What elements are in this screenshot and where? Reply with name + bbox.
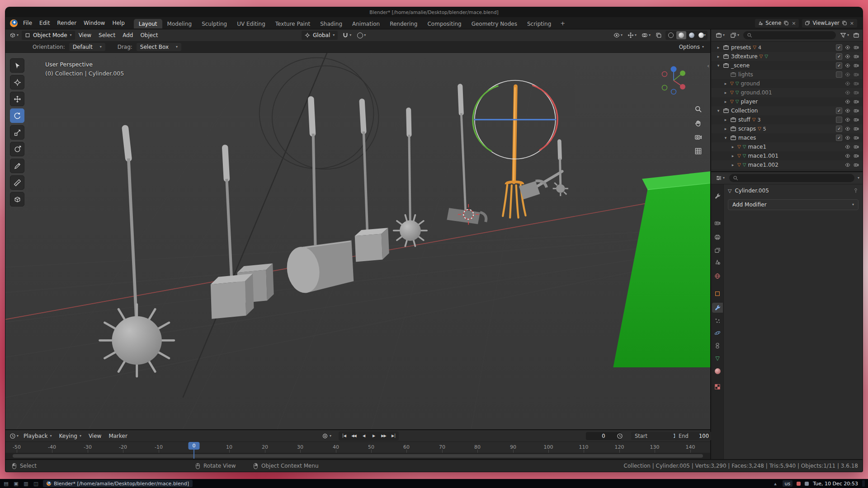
pan-hand-icon[interactable]	[694, 119, 702, 127]
outliner-row-player[interactable]: ▸ ▽ ▽ player	[711, 97, 863, 106]
expand-icon[interactable]: ▸	[723, 81, 728, 86]
drag-select[interactable]: Select Box ▾	[137, 43, 181, 51]
collapse-icon[interactable]: ▾	[716, 108, 721, 113]
add-workspace-button[interactable]: +	[556, 20, 569, 27]
hide-eye-toggle[interactable]	[844, 126, 851, 132]
hide-eye-toggle[interactable]	[844, 44, 851, 51]
timeline-scrollbar[interactable]	[5, 453, 710, 459]
transform-tool[interactable]	[10, 142, 24, 156]
xray-toggle[interactable]	[654, 31, 663, 39]
scale-tool[interactable]	[10, 125, 24, 140]
properties-editor-type-button[interactable]: ▾	[714, 174, 726, 182]
render-camera-toggle[interactable]	[853, 44, 859, 51]
menu-marker[interactable]: Marker	[105, 433, 131, 439]
overlays-dropdown[interactable]: ▾	[640, 31, 652, 39]
expand-icon[interactable]: ▸	[723, 99, 728, 104]
outliner-row-maces[interactable]: ▾ maces ✓	[711, 133, 863, 142]
collapse-icon[interactable]: ▾	[716, 63, 721, 68]
add-modifier-button[interactable]: Add Modifier ▾	[728, 199, 859, 210]
collection-checkbox-unchecked[interactable]	[836, 117, 842, 123]
collapse-icon[interactable]: ▾	[723, 136, 728, 140]
sidebar-toggle-icon[interactable]: ‹	[707, 63, 709, 69]
viewport-3d[interactable]: User Perspective (0) Collection | Cylind…	[5, 53, 710, 429]
next-keyframe-button[interactable]: ▶▶	[379, 432, 388, 440]
collection-checkbox-unchecked[interactable]	[836, 71, 842, 78]
tab-texture[interactable]	[712, 382, 723, 392]
tab-physics[interactable]	[712, 328, 723, 338]
prev-keyframe-button[interactable]: ◀◀	[349, 432, 359, 440]
jump-end-button[interactable]: ▶│	[389, 432, 398, 440]
navigation-gizmo[interactable]	[657, 64, 690, 97]
menu-keying[interactable]: Keying▾	[56, 433, 85, 439]
camera-view-icon[interactable]	[694, 133, 702, 141]
properties-search-input[interactable]	[729, 174, 854, 182]
render-camera-toggle[interactable]	[853, 80, 859, 87]
use-preview-range-button[interactable]	[617, 433, 623, 439]
collection-checkbox[interactable]: ✓	[836, 62, 842, 69]
collection-checkbox[interactable]: ✓	[836, 135, 842, 141]
shading-rendered-button[interactable]: ▾	[697, 31, 707, 39]
menu-add[interactable]: Add	[119, 32, 137, 38]
menu-view[interactable]: View	[75, 32, 95, 38]
render-camera-toggle[interactable]	[853, 71, 859, 78]
tab-material[interactable]	[712, 366, 723, 376]
pin-icon[interactable]	[853, 188, 859, 193]
outliner-editor-type-button[interactable]: ▾	[714, 31, 726, 39]
render-camera-toggle[interactable]	[853, 135, 859, 141]
tab-constraints[interactable]	[712, 341, 723, 351]
menu-timeline-view[interactable]: View	[85, 433, 105, 439]
collection-checkbox[interactable]: ✓	[836, 53, 842, 60]
tab-render[interactable]	[712, 218, 723, 228]
tab-animation[interactable]: Animation	[347, 19, 385, 28]
expand-icon[interactable]: ▸	[730, 145, 736, 149]
frame-start-field[interactable]: Start1	[631, 432, 680, 440]
tab-rendering[interactable]: Rendering	[385, 19, 422, 28]
tab-world[interactable]	[712, 271, 723, 281]
move-tool[interactable]	[10, 92, 24, 106]
tab-tool[interactable]	[712, 191, 723, 201]
mode-dropdown[interactable]: Object Mode ▾	[22, 31, 75, 40]
snapping-button[interactable]: ▾	[341, 31, 353, 39]
render-camera-toggle[interactable]	[853, 53, 859, 60]
render-camera-toggle[interactable]	[853, 117, 859, 123]
hide-eye-toggle[interactable]	[844, 89, 851, 96]
tab-modeling[interactable]: Modeling	[162, 19, 197, 28]
menu-playback[interactable]: Playback▾	[20, 433, 56, 439]
timeline-scroll-handle[interactable]	[13, 454, 703, 458]
show-desktop-button[interactable]	[862, 480, 865, 487]
orientation-select[interactable]: Default ▾	[69, 43, 105, 51]
tab-output[interactable]	[712, 232, 723, 242]
menu-render[interactable]: Render	[53, 17, 80, 29]
menu-help[interactable]: Help	[108, 17, 128, 29]
visibility-dropdown[interactable]: ▾	[612, 31, 624, 39]
tab-sculpting[interactable]: Sculpting	[197, 19, 232, 28]
outliner-row-mace1-001[interactable]: ▸ ▽ ▽ mace1.001	[711, 151, 863, 160]
render-camera-toggle[interactable]	[853, 62, 859, 69]
taskbar-clock[interactable]: Tue, 10 Dec 20:53	[813, 481, 858, 487]
expand-icon[interactable]: ▸	[730, 163, 736, 167]
tray-app-icon-2[interactable]	[805, 482, 809, 486]
annotate-tool[interactable]	[10, 159, 24, 173]
shading-wireframe-button[interactable]	[666, 31, 676, 39]
options-button[interactable]: Options ▾	[679, 44, 704, 50]
shading-material-button[interactable]	[687, 31, 697, 39]
hide-eye-toggle[interactable]	[844, 71, 851, 78]
hide-eye-toggle[interactable]	[844, 162, 851, 168]
measure-tool[interactable]	[10, 175, 24, 190]
outliner-row-lights[interactable]: lights	[711, 70, 863, 79]
outliner-row-collection[interactable]: ▾ Collection ✓	[711, 106, 863, 115]
expand-icon[interactable]: ▸	[723, 127, 728, 131]
keyboard-layout-indicator[interactable]: us	[783, 480, 793, 487]
zoom-icon[interactable]	[694, 105, 702, 113]
hide-eye-toggle[interactable]	[844, 62, 851, 69]
play-reverse-button[interactable]: ◀	[359, 432, 368, 440]
frame-end-field[interactable]: End100	[675, 432, 712, 440]
timeline-ruler[interactable]: -50 -40 -30 -20 -10 0 10 20 30 40 50 60 …	[5, 441, 710, 453]
new-collection-icon[interactable]	[853, 32, 859, 38]
tab-view-layer[interactable]	[712, 245, 723, 255]
taskbar-launcher-icon-1[interactable]: ▤	[3, 481, 9, 487]
menu-object[interactable]: Object	[137, 32, 161, 38]
render-camera-toggle[interactable]	[853, 144, 859, 150]
shading-solid-button[interactable]	[676, 31, 686, 39]
outliner-search-input[interactable]	[743, 31, 836, 39]
